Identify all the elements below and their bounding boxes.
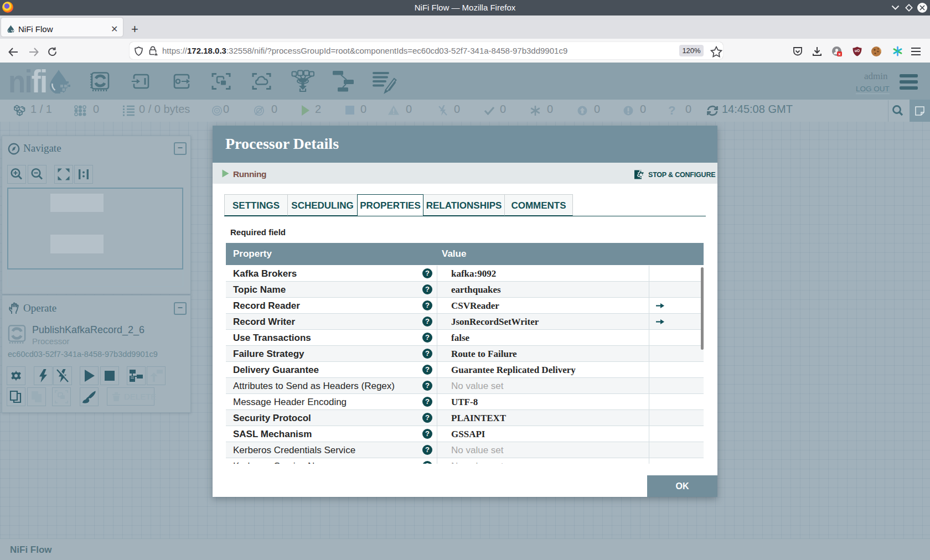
svg-text:uO: uO (855, 49, 860, 53)
